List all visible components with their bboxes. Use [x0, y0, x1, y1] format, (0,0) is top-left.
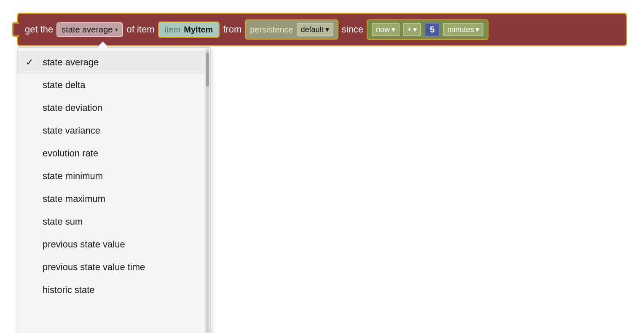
menu-item-state-sum[interactable]: state sum [17, 210, 204, 233]
menu-item-state-minimum[interactable]: state minimum [17, 165, 204, 188]
scrollbar-track [206, 49, 209, 333]
persistence-arrow: ▾ [325, 25, 329, 34]
item-value: MyItem [184, 25, 213, 35]
of-item-text: of item [126, 24, 154, 35]
scrollbar[interactable] [204, 48, 210, 333]
prefix-text: get the [25, 24, 53, 35]
now-dropdown[interactable]: now ▾ [372, 23, 400, 36]
now-arrow: ▾ [392, 25, 395, 34]
function-dropdown-value: state average [62, 25, 113, 35]
from-text: from [223, 24, 241, 35]
time-unit: minutes [447, 25, 474, 34]
time-value: 5 [430, 25, 435, 35]
menu-item-label-previous-state-value: previous state value [43, 239, 125, 250]
menu-item-state-deviation[interactable]: state deviation [17, 97, 204, 119]
menu-item-state-average[interactable]: ✓state average [17, 51, 204, 74]
dropdown-list: ✓state averagestate deltastate deviation… [17, 48, 204, 333]
function-dropdown-arrow: ▾ [115, 26, 118, 33]
menu-item-state-variance[interactable]: state variance [17, 119, 204, 142]
operator-button[interactable]: + ▾ [403, 23, 421, 36]
persistence-dropdown[interactable]: default ▾ [297, 23, 333, 36]
time-value-box[interactable]: 5 [424, 23, 440, 37]
menu-item-label-previous-state-value-time: previous state value time [43, 262, 145, 273]
menu-item-label-historic-state: historic state [43, 285, 95, 295]
menu-item-evolution-rate[interactable]: evolution rate [17, 142, 204, 165]
persistence-label: persistence [250, 25, 293, 35]
menu-item-state-delta[interactable]: state delta [17, 74, 204, 97]
persistence-block: persistence default ▾ [245, 19, 338, 40]
dropdown-menu-inner: ✓state averagestate deltastate deviation… [17, 48, 210, 333]
menu-item-label-evolution-rate: evolution rate [43, 148, 98, 159]
persistence-value: default [301, 25, 324, 34]
menu-item-label-state-delta: state delta [43, 80, 86, 91]
since-text: since [342, 24, 363, 35]
menu-item-label-state-deviation: state deviation [43, 102, 102, 113]
now-label: now [376, 25, 390, 34]
operator-symbol: + [407, 25, 412, 34]
item-label: item [165, 25, 181, 35]
menu-item-label-state-variance: state variance [43, 125, 100, 136]
menu-item-state-maximum[interactable]: state maximum [17, 188, 204, 210]
time-block: now ▾ + ▾ 5 minutes ▾ [367, 19, 489, 40]
dropdown-pointer [97, 42, 109, 48]
operator-arrow: ▾ [413, 25, 417, 34]
menu-item-label-state-sum: state sum [43, 216, 83, 227]
menu-item-previous-state-value-time[interactable]: previous state value time [17, 256, 204, 279]
time-unit-arrow: ▾ [475, 25, 479, 34]
function-dropdown-menu: ✓state averagestate deltastate deviation… [17, 47, 211, 333]
menu-item-previous-state-value[interactable]: previous state value [17, 233, 204, 256]
menu-item-label-state-average: state average [43, 57, 99, 68]
function-dropdown[interactable]: state average ▾ [56, 22, 123, 37]
menu-item-label-state-maximum: state maximum [43, 193, 105, 204]
item-block: item MyItem [158, 21, 220, 38]
checkmark-state-average: ✓ [26, 57, 36, 68]
menu-item-label-state-minimum: state minimum [43, 171, 103, 182]
menu-item-historic-state[interactable]: historic state [17, 279, 204, 301]
time-unit-dropdown[interactable]: minutes ▾ [443, 23, 483, 36]
scrollbar-thumb [206, 53, 209, 86]
